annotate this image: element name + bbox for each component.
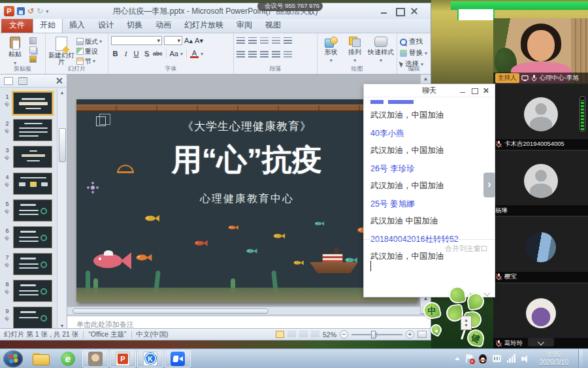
start-button[interactable] <box>3 350 23 367</box>
quick-styles-button[interactable]: 快速样式 ▾ <box>368 35 394 66</box>
text-shadow-button[interactable]: S <box>142 50 151 58</box>
thumbnail-item[interactable]: 9 <box>1 307 57 329</box>
scrollbar-thumb[interactable] <box>59 128 66 162</box>
thumbnail-item[interactable]: 6 <box>1 226 57 250</box>
cut-icon[interactable] <box>29 37 37 44</box>
zoom-out-button[interactable]: − <box>340 330 348 339</box>
chat-message-list[interactable]: 武汉加油，中国加油 40李小燕 武汉加油，中国加油 26号 李珍珍 武汉加油，中… <box>364 97 495 262</box>
participant-tile[interactable]: 葛玲玲 <box>493 284 588 348</box>
slide-thumbnail[interactable] <box>13 173 52 195</box>
input-method-icon[interactable] <box>493 355 501 362</box>
volume-icon[interactable] <box>521 355 530 363</box>
network-signal-icon[interactable] <box>507 354 515 363</box>
spinner-widget[interactable]: ▲▼ <box>461 316 472 330</box>
bold-button[interactable]: B <box>111 50 120 58</box>
numbering-icon[interactable] <box>248 37 257 44</box>
sidebar-expand-button[interactable]: › <box>483 173 495 197</box>
notes-placeholder[interactable]: 单击此处添加备注 <box>67 316 431 329</box>
scroll-up-icon[interactable]: ▲ <box>421 76 431 82</box>
bullets-icon[interactable] <box>237 37 245 44</box>
slide-thumbnail[interactable] <box>13 199 52 222</box>
taskbar-meeting-button[interactable] <box>165 350 191 367</box>
tab-transitions[interactable]: 切换 <box>120 18 149 33</box>
decrease-indent-icon[interactable] <box>260 37 269 44</box>
close-panel-icon[interactable] <box>56 77 63 84</box>
align-center-icon[interactable] <box>248 51 257 58</box>
thumbnail-item[interactable]: 1 <box>1 92 57 116</box>
reading-view-button[interactable] <box>299 331 308 338</box>
thumbnail-item[interactable]: 8 <box>1 280 57 303</box>
zoom-in-button[interactable]: + <box>406 330 414 339</box>
slide-sorter-view-button[interactable] <box>287 331 296 338</box>
thumbnail-item[interactable]: 2 <box>1 119 57 142</box>
slide-thumbnail-selected[interactable] <box>13 92 52 114</box>
outline-tab-icon[interactable] <box>18 77 27 85</box>
slide-thumbnail[interactable] <box>13 146 52 168</box>
shrink-font-button[interactable]: A▾ <box>195 37 203 45</box>
maximize-button[interactable] <box>395 7 404 15</box>
tab-animations[interactable]: 动画 <box>149 18 178 33</box>
qq-tray-icon[interactable] <box>479 354 487 363</box>
chat-maximize-button[interactable] <box>471 88 478 93</box>
change-case-button[interactable]: Aa <box>170 50 178 58</box>
format-painter-icon[interactable] <box>29 56 37 63</box>
scroll-up-icon[interactable]: ▲ <box>59 90 65 95</box>
taskbar-powerpoint-button[interactable]: P <box>110 350 136 367</box>
chat-titlebar[interactable]: 聊天 <box>364 84 495 97</box>
increase-indent-icon[interactable] <box>272 37 280 44</box>
grow-font-button[interactable]: A▴ <box>184 37 193 45</box>
taskbar-explorer-button[interactable] <box>27 350 54 367</box>
arrange-button[interactable]: 排列 ▾ <box>344 35 367 66</box>
italic-button[interactable]: I <box>122 50 130 58</box>
font-color-button[interactable]: A <box>190 50 199 58</box>
tab-review[interactable]: 审阅 <box>230 18 259 33</box>
taskbar-photo-app-button[interactable] <box>82 350 108 367</box>
underline-button[interactable]: U <box>132 50 140 58</box>
scrollbar-thumb[interactable] <box>73 309 269 314</box>
reset-button[interactable]: 重设 <box>76 47 102 56</box>
slide-thumbnail[interactable] <box>13 280 52 302</box>
columns-icon[interactable] <box>284 51 292 58</box>
horizontal-scrollbar[interactable] <box>67 307 420 314</box>
taskbar-browser-button[interactable]: e <box>55 350 81 367</box>
thumbnail-item[interactable]: 3 <box>1 146 57 169</box>
chat-close-button[interactable] <box>483 88 489 93</box>
zoom-slider-thumb[interactable] <box>371 331 376 339</box>
line-spacing-icon[interactable] <box>284 37 292 44</box>
justify-icon[interactable] <box>272 51 280 58</box>
slides-tab-icon[interactable] <box>4 77 13 85</box>
slide-thumbnail[interactable] <box>13 226 52 248</box>
normal-view-button[interactable] <box>276 331 284 338</box>
tray-expand-icon[interactable] <box>455 357 460 360</box>
taskbar-k-app-button[interactable]: K <box>137 350 163 367</box>
participant-tile[interactable]: 樱宝 <box>493 217 588 282</box>
chat-minimize-button[interactable] <box>459 88 466 93</box>
replace-button[interactable]: 替换▾ <box>400 48 427 58</box>
participant-video-host[interactable]: 主持人 心理中心-李旭 <box>493 18 588 83</box>
slideshow-view-button[interactable] <box>311 331 319 338</box>
layout-button[interactable]: 版式▾ <box>76 37 102 46</box>
tab-home[interactable]: 开始 <box>33 17 63 33</box>
thumbnail-scrollbar[interactable]: ▲ ▼ <box>57 89 67 329</box>
paste-button[interactable]: 粘贴 ▾ <box>3 35 27 66</box>
thumbnail-item[interactable]: 7 <box>1 253 57 276</box>
tab-slideshow[interactable]: 幻灯片放映 <box>178 18 230 33</box>
copy-icon[interactable] <box>29 46 37 54</box>
tab-insert[interactable]: 插入 <box>63 18 91 33</box>
action-center-flag-icon[interactable]: ✕ <box>466 354 473 363</box>
new-slide-button[interactable]: 新建幻灯片 <box>48 35 74 66</box>
thumbnail-item[interactable]: 4 <box>1 173 57 196</box>
zoom-slider[interactable] <box>351 334 402 335</box>
minimize-button[interactable] <box>380 7 389 15</box>
scroll-down-icon[interactable]: ▼ <box>59 324 65 328</box>
show-desktop-button[interactable] <box>578 349 583 368</box>
notes-pane[interactable]: 单击此处添加备注 <box>67 314 431 329</box>
participant-tile[interactable]: 卡木吉201940054005 <box>493 84 588 149</box>
close-button[interactable] <box>410 7 419 15</box>
tab-design[interactable]: 设计 <box>91 18 120 33</box>
shapes-button[interactable]: 形状 ▾ <box>320 35 342 66</box>
taskbar-clock[interactable]: 8:05 2020/3/10 <box>536 351 573 367</box>
font-name-select[interactable]: ▾ <box>111 36 162 45</box>
font-size-select[interactable]: ▾ <box>164 36 182 45</box>
align-left-icon[interactable] <box>237 51 245 58</box>
